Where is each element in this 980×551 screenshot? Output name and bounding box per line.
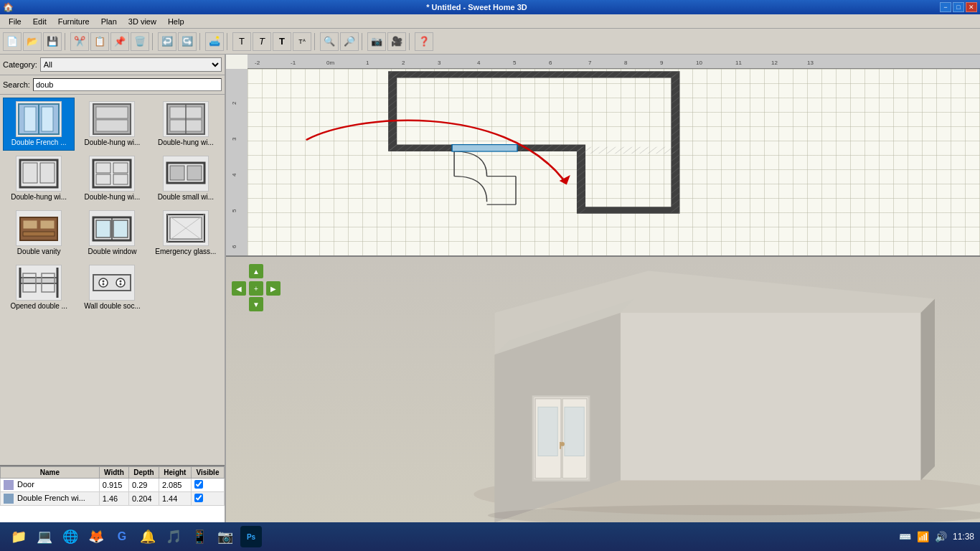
taskbar-icon-photoshop[interactable]: Ps [240,526,262,547]
double-hung-1-label: Double-hung wi... [85,138,141,147]
svg-text:2: 2 [231,101,237,105]
menu-edit[interactable]: Edit [27,16,52,27]
grid-item-opened-double[interactable]: Opened double ... [3,261,75,314]
menu-3dview[interactable]: 3D view [123,16,162,27]
nav-center-button[interactable]: + [249,281,263,296]
tb-text[interactable]: T [232,32,251,51]
tb-new[interactable]: 📄 [3,32,22,51]
tb-sep3 [199,33,202,50]
grid-item-double-hung-4[interactable]: Double-hung wi... [76,152,148,205]
svg-text:6: 6 [231,245,237,248]
grid-item-double-hung-3[interactable]: Double-hung wi... [3,152,75,205]
grid-item-double-window[interactable]: Double window [76,207,148,260]
svg-rect-28 [113,220,128,237]
main-container: Category: All Search: [0,55,980,522]
svg-point-42 [103,283,105,286]
svg-rect-2 [42,107,53,131]
svg-text:3: 3 [438,60,441,66]
svg-rect-5 [96,107,128,118]
tb-video[interactable]: 🎥 [387,32,406,51]
taskbar-icon-camera[interactable]: 📷 [215,526,236,547]
tb-add-furniture[interactable]: 🛋️ [205,32,224,51]
svg-rect-12 [23,163,37,183]
tb-zoom-out[interactable]: 🔎 [340,32,359,51]
taskbar-icon-firefox[interactable]: 🦊 [85,526,107,547]
tb-cut[interactable]: ✂️ [70,32,89,51]
grid-item-wall-double-soc[interactable]: Wall double soc... [76,261,148,314]
tb-copy[interactable]: 📋 [90,32,109,51]
svg-rect-16 [96,174,110,184]
grid-item-double-hung-1[interactable]: Double-hung wi... [76,98,148,151]
prop-window-width: 1.46 [99,492,128,506]
nav-down-button[interactable]: ▼ [249,297,263,311]
svg-rect-73 [577,147,675,154]
prop-row-door[interactable]: Door 0.915 0.29 2.085 [1,479,225,492]
nav-left-button[interactable]: ◀ [232,281,246,296]
svg-rect-15 [96,163,110,173]
double-small-icon [163,156,209,192]
tb-text3[interactable]: T [273,32,291,51]
grid-item-double-vanity[interactable]: Double vanity [3,207,75,260]
taskbar-icon-phone[interactable]: 📱 [189,526,210,547]
taskbar-icon-notify[interactable]: 🔔 [137,526,159,547]
double-hung-2-icon [163,101,209,137]
nav-empty-3 [232,297,248,313]
taskbar-icon-music[interactable]: 🎵 [163,526,184,547]
prop-door-visible[interactable] [191,479,224,492]
tb-save[interactable]: 💾 [43,32,62,51]
svg-rect-27 [96,220,110,237]
tb-zoom-in[interactable]: 🔍 [320,32,339,51]
canvas-2d-inner[interactable] [248,69,980,255]
prop-door-depth: 0.29 [128,479,159,492]
prop-window-visible[interactable] [191,492,224,506]
canvas-2d[interactable]: -2 -1 0m 1 2 3 4 5 6 7 8 9 10 11 12 13 [226,55,980,257]
col-height: Height [159,467,191,479]
prop-row-window[interactable]: Double French wi... 1.46 0.204 1.44 [1,492,225,506]
tb-delete[interactable]: 🗑️ [131,32,149,51]
menu-plan[interactable]: Plan [95,16,123,27]
tb-redo[interactable]: ↪️ [178,32,197,51]
double-hung-3-icon [16,156,62,192]
tb-text4[interactable]: Tᴬ [293,32,311,51]
category-select[interactable]: All [40,57,222,72]
tb-sep1 [65,33,67,50]
menu-furniture[interactable]: Furniture [52,16,95,27]
svg-rect-24 [40,220,55,229]
grid-item-double-hung-2[interactable]: Double-hung wi... [150,98,222,151]
tb-photo[interactable]: 📷 [367,32,386,51]
grid-item-double-small[interactable]: Double small wi... [150,152,222,205]
taskbar-icon-g[interactable]: G [111,526,133,547]
menu-file[interactable]: File [3,16,27,27]
taskbar-right: ⌨️ 📶 🔊 11:38 [899,531,974,542]
grid-item-double-french[interactable]: Double French ... [3,98,75,151]
taskbar-icon-files[interactable]: 📁 [8,526,29,547]
canvas-3d[interactable]: ▲ ◀ + ▶ ▼ [226,257,980,522]
nav-up-button[interactable]: ▲ [249,264,263,278]
search-input[interactable] [33,78,222,91]
maximize-button[interactable]: □ [953,2,964,12]
svg-text:6: 6 [549,60,552,66]
svg-text:9: 9 [660,60,664,66]
tb-paste[interactable]: 📌 [110,32,129,51]
close-button[interactable]: ✕ [966,2,977,12]
menu-help[interactable]: Help [162,16,190,27]
minimize-button[interactable]: − [940,2,951,12]
tb-undo[interactable]: ↩️ [158,32,176,51]
grid-item-emergency-glass[interactable]: Emergency glass... [150,207,222,260]
taskbar-keyboard-icon: ⌨️ [899,531,911,542]
opened-double-label: Opened double ... [10,302,67,311]
double-window-icon [89,210,135,246]
svg-rect-18 [113,174,128,184]
svg-rect-17 [113,163,128,173]
nav-empty-4 [266,297,282,313]
taskbar-icon-ie[interactable]: 🌐 [60,526,81,547]
tb-help[interactable]: ❓ [415,32,433,51]
tb-text2[interactable]: T [253,32,271,51]
nav-right-button[interactable]: ▶ [266,281,281,296]
titlebar: 🏠 * Untitled - Sweet Home 3D − □ ✕ [0,0,980,14]
tb-sep4 [227,33,230,50]
properties-panel: Name Width Depth Height Visible Door 0.9… [0,465,225,522]
double-small-label: Double small wi... [158,193,214,202]
taskbar-icon-computer[interactable]: 💻 [34,526,55,547]
tb-open[interactable]: 📂 [23,32,42,51]
